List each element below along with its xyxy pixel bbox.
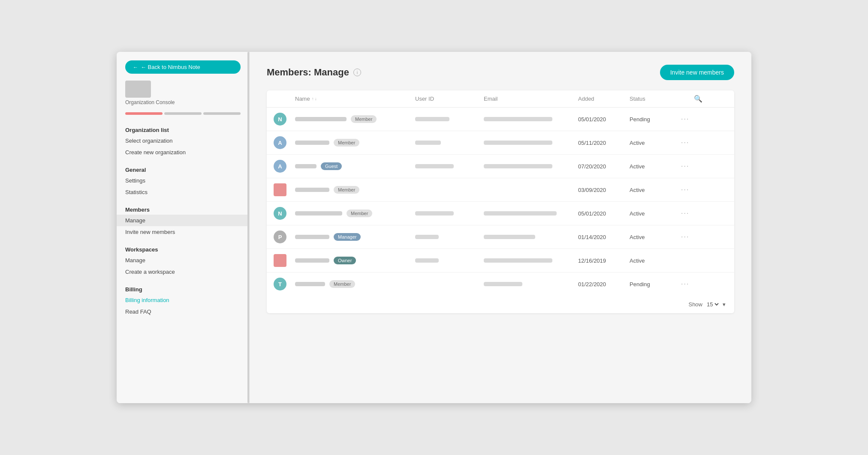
more-options-button[interactable]: ··· bbox=[681, 210, 689, 217]
avatar-cell: N bbox=[274, 113, 295, 126]
sidebar-item-statistics[interactable]: Statistics bbox=[117, 186, 249, 198]
sidebar-item-members-manage[interactable]: Manage bbox=[117, 215, 249, 226]
sidebar: ← ← Back to Nimbus Note Organization Con… bbox=[117, 52, 250, 403]
added-cell: 12/16/2019 bbox=[578, 257, 630, 264]
invite-new-members-button[interactable]: Invite new members bbox=[660, 65, 734, 80]
name-placeholder bbox=[295, 164, 316, 168]
org-avatar bbox=[125, 81, 151, 98]
name-placeholder bbox=[295, 141, 329, 145]
userid-placeholder bbox=[415, 164, 454, 168]
progress-bar bbox=[125, 112, 241, 115]
sidebar-item-invite-members[interactable]: Invite new members bbox=[117, 226, 249, 238]
app-window: ← ← Back to Nimbus Note Organization Con… bbox=[117, 52, 751, 403]
main-inner: Members: Manage i Invite new members Nam… bbox=[250, 52, 751, 403]
table-footer: Show 15 25 50 ▾ bbox=[267, 296, 734, 313]
userid-cell bbox=[415, 211, 484, 216]
more-options-button[interactable]: ··· bbox=[681, 162, 689, 170]
table-body: NMember05/01/2020Pending···AMember05/11/… bbox=[267, 108, 734, 296]
col-header-added: Added bbox=[578, 96, 630, 102]
more-cell: ··· bbox=[681, 280, 702, 288]
col-header-name: Name ↑ ↓ bbox=[295, 96, 415, 102]
section-title-members: Members bbox=[117, 203, 249, 215]
role-badge: Member bbox=[347, 210, 372, 217]
avatar-cell: A bbox=[274, 136, 295, 149]
email-placeholder bbox=[484, 211, 557, 216]
progress-seg-1 bbox=[125, 112, 163, 115]
org-label: Organization Console bbox=[125, 99, 249, 105]
email-placeholder bbox=[484, 164, 552, 168]
progress-seg-2 bbox=[164, 112, 202, 115]
avatar: A bbox=[274, 160, 286, 173]
status-cell: Active bbox=[630, 257, 681, 264]
status-cell: Active bbox=[630, 210, 681, 217]
more-options-button[interactable]: ··· bbox=[681, 233, 689, 241]
more-cell: ··· bbox=[681, 162, 702, 170]
name-placeholder bbox=[295, 117, 347, 121]
email-cell bbox=[484, 282, 578, 286]
sidebar-item-workspaces-manage[interactable]: Manage bbox=[117, 254, 249, 266]
members-table: Name ↑ ↓ User ID Email Added bbox=[267, 90, 734, 313]
sidebar-item-settings[interactable]: Settings bbox=[117, 175, 249, 186]
name-placeholder bbox=[295, 258, 329, 263]
more-options-button[interactable]: ··· bbox=[681, 186, 689, 194]
userid-cell bbox=[415, 164, 484, 168]
email-placeholder bbox=[484, 235, 535, 239]
name-cell: Guest bbox=[295, 162, 415, 170]
userid-cell bbox=[415, 141, 484, 145]
sort-arrows[interactable]: ↑ ↓ bbox=[312, 96, 317, 101]
show-label: Show bbox=[688, 301, 702, 308]
main-content: Members: Manage i Invite new members Nam… bbox=[250, 52, 751, 403]
added-cell: 03/09/2020 bbox=[578, 187, 630, 193]
more-options-button[interactable]: ··· bbox=[681, 280, 689, 288]
page-header: Members: Manage i Invite new members bbox=[267, 65, 734, 80]
search-icon[interactable]: 🔍 bbox=[681, 95, 702, 103]
name-cell: Member bbox=[295, 115, 415, 123]
info-icon[interactable]: i bbox=[353, 69, 361, 76]
back-arrow-icon: ← bbox=[133, 64, 138, 70]
sidebar-item-select-org[interactable]: Select organization bbox=[117, 135, 249, 147]
back-to-nimbus-button[interactable]: ← ← Back to Nimbus Note bbox=[125, 60, 241, 74]
sidebar-item-billing-info[interactable]: Billing information bbox=[117, 294, 249, 306]
table-row: Owner12/16/2019Active bbox=[267, 249, 734, 272]
status-cell: Active bbox=[630, 234, 681, 240]
name-placeholder bbox=[295, 282, 325, 286]
name-cell: Member bbox=[295, 139, 415, 147]
added-cell: 01/22/2020 bbox=[578, 281, 630, 287]
more-options-button[interactable]: ··· bbox=[681, 139, 689, 147]
status-cell: Active bbox=[630, 140, 681, 146]
sidebar-item-create-workspace[interactable]: Create a workspace bbox=[117, 266, 249, 278]
sort-desc-icon[interactable]: ↓ bbox=[315, 96, 317, 101]
userid-placeholder bbox=[415, 258, 439, 263]
sidebar-item-read-faq[interactable]: Read FAQ bbox=[117, 306, 249, 317]
avatar-placeholder bbox=[274, 183, 286, 196]
email-cell bbox=[484, 141, 578, 145]
more-cell: ··· bbox=[681, 186, 702, 194]
more-cell: ··· bbox=[681, 210, 702, 217]
name-cell: Owner bbox=[295, 257, 415, 264]
status-cell: Pending bbox=[630, 116, 681, 123]
sidebar-item-create-org[interactable]: Create new organization bbox=[117, 147, 249, 158]
table-row: AGuest07/20/2020Active··· bbox=[267, 155, 734, 178]
email-cell bbox=[484, 211, 578, 216]
added-cell: 05/11/2020 bbox=[578, 140, 630, 146]
added-cell: 05/01/2020 bbox=[578, 210, 630, 217]
name-cell: Manager bbox=[295, 233, 415, 241]
avatar: A bbox=[274, 136, 286, 149]
role-badge: Member bbox=[329, 280, 355, 288]
name-placeholder bbox=[295, 235, 329, 239]
page-title-group: Members: Manage i bbox=[267, 67, 361, 78]
userid-placeholder bbox=[415, 235, 439, 239]
role-badge: Manager bbox=[334, 233, 361, 241]
avatar: T bbox=[274, 278, 286, 290]
email-placeholder bbox=[484, 258, 552, 263]
name-placeholder bbox=[295, 188, 329, 192]
added-cell: 07/20/2020 bbox=[578, 163, 630, 170]
status-cell: Active bbox=[630, 163, 681, 170]
more-cell: ··· bbox=[681, 233, 702, 241]
scroll-indicator bbox=[247, 52, 249, 403]
table-header: Name ↑ ↓ User ID Email Added bbox=[267, 90, 734, 108]
show-count-select[interactable]: 15 25 50 bbox=[705, 301, 720, 308]
avatar-placeholder bbox=[274, 254, 286, 267]
more-options-button[interactable]: ··· bbox=[681, 115, 689, 123]
sort-asc-icon[interactable]: ↑ bbox=[312, 96, 314, 101]
